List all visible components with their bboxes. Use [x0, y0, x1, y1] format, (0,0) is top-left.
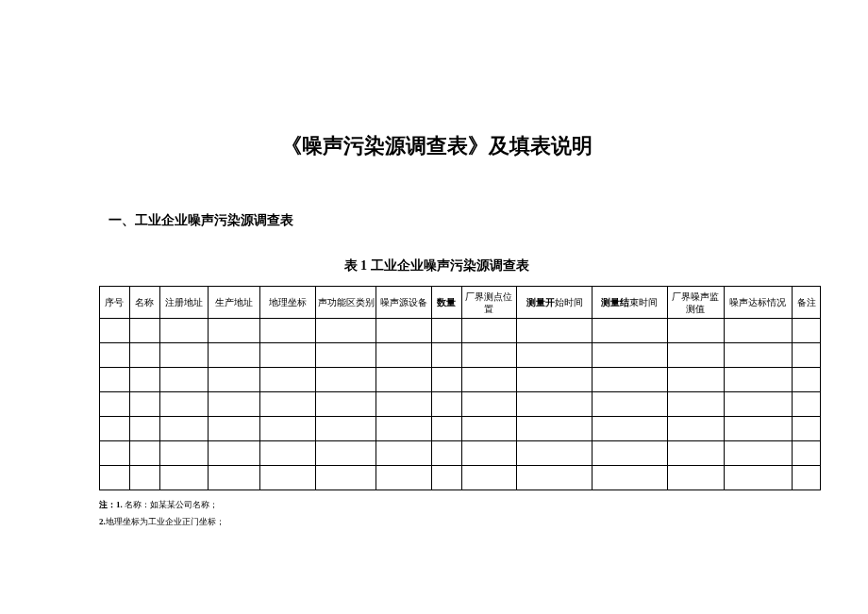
table-cell	[667, 343, 724, 368]
table-row	[100, 343, 821, 368]
footnote-1: 注：1. 名称：如某某公司名称；	[99, 496, 830, 513]
table-cell	[376, 392, 431, 417]
col-header: 地理坐标	[260, 287, 316, 319]
col-header: 测量开始时间	[517, 287, 593, 319]
table-cell	[724, 441, 792, 466]
col-header: 序号	[100, 287, 130, 319]
table-cell	[159, 319, 208, 343]
section-header: 一、工业企业噪声污染源调查表	[108, 212, 830, 229]
table-cell	[100, 466, 130, 490]
table-cell	[209, 392, 260, 417]
table-cell	[724, 466, 792, 490]
table-cell	[517, 392, 593, 417]
table-cell	[316, 392, 376, 417]
table-cell	[209, 417, 260, 441]
table-cell	[159, 368, 208, 392]
table-cell	[667, 319, 724, 343]
table-row	[100, 417, 821, 441]
table-cell	[376, 417, 431, 441]
table-cell	[517, 368, 593, 392]
table-cell	[431, 466, 461, 490]
table-row	[100, 319, 821, 343]
table-cell	[129, 343, 159, 368]
table-cell	[260, 466, 316, 490]
table-cell	[260, 392, 316, 417]
table-cell	[316, 441, 376, 466]
table-cell	[724, 343, 792, 368]
table-row	[100, 368, 821, 392]
table-cell	[260, 343, 316, 368]
table-cell	[461, 441, 517, 466]
table-cell	[316, 343, 376, 368]
table-cell	[316, 368, 376, 392]
table-cell	[517, 417, 593, 441]
table-cell	[129, 466, 159, 490]
table-cell	[100, 368, 130, 392]
table-cell	[376, 441, 431, 466]
table-cell	[793, 343, 821, 368]
table-cell	[724, 417, 792, 441]
table-cell	[461, 417, 517, 441]
table-cell	[129, 441, 159, 466]
table-cell	[376, 343, 431, 368]
col-header: 注册地址	[159, 287, 208, 319]
table-cell	[100, 417, 130, 441]
table-cell	[793, 441, 821, 466]
table-cell	[793, 392, 821, 417]
col-header: 测量结束时间	[593, 287, 668, 319]
table-cell	[129, 319, 159, 343]
table-cell	[209, 343, 260, 368]
col-header: 备注	[793, 287, 821, 319]
table-cell	[667, 466, 724, 490]
table-cell	[667, 392, 724, 417]
table-cell	[793, 319, 821, 343]
table-cell	[461, 343, 517, 368]
table-cell	[316, 466, 376, 490]
table-cell	[159, 466, 208, 490]
table-cell	[376, 319, 431, 343]
col-header: 噪声达标情况	[724, 287, 792, 319]
table-cell	[724, 368, 792, 392]
table-cell	[431, 392, 461, 417]
table-cell	[209, 368, 260, 392]
table-caption: 表 1 工业企业噪声污染源调查表	[42, 257, 830, 274]
col-header: 数量	[431, 287, 461, 319]
table-header-row: 序号名称注册地址生产地址地理坐标声功能区类别噪声源设备数量厂界测点位置测量开始时…	[100, 287, 821, 319]
table-cell	[260, 319, 316, 343]
col-header: 厂界噪声监测值	[667, 287, 724, 319]
table-cell	[793, 466, 821, 490]
table-cell	[461, 368, 517, 392]
table-cell	[461, 392, 517, 417]
table-cell	[593, 417, 668, 441]
table-cell	[517, 319, 593, 343]
table-cell	[517, 343, 593, 368]
col-header: 厂界测点位置	[461, 287, 517, 319]
table-cell	[129, 417, 159, 441]
table-cell	[159, 417, 208, 441]
table-cell	[260, 441, 316, 466]
table-cell	[793, 368, 821, 392]
table-cell	[260, 417, 316, 441]
table-cell	[593, 441, 668, 466]
table-cell	[517, 466, 593, 490]
table-cell	[100, 392, 130, 417]
table-cell	[100, 441, 130, 466]
table-cell	[159, 343, 208, 368]
table-row	[100, 392, 821, 417]
table-cell	[376, 466, 431, 490]
table-cell	[209, 319, 260, 343]
table-cell	[667, 441, 724, 466]
table-cell	[724, 392, 792, 417]
page-title: 《噪声污染源调查表》及填表说明	[42, 132, 830, 160]
table-cell	[461, 466, 517, 490]
table-cell	[517, 441, 593, 466]
survey-table: 序号名称注册地址生产地址地理坐标声功能区类别噪声源设备数量厂界测点位置测量开始时…	[99, 286, 821, 490]
table-row	[100, 466, 821, 490]
col-header: 噪声源设备	[376, 287, 431, 319]
table-cell	[593, 343, 668, 368]
table-cell	[724, 319, 792, 343]
col-header: 声功能区类别	[316, 287, 376, 319]
table-cell	[431, 441, 461, 466]
table-cell	[793, 417, 821, 441]
table-cell	[431, 368, 461, 392]
